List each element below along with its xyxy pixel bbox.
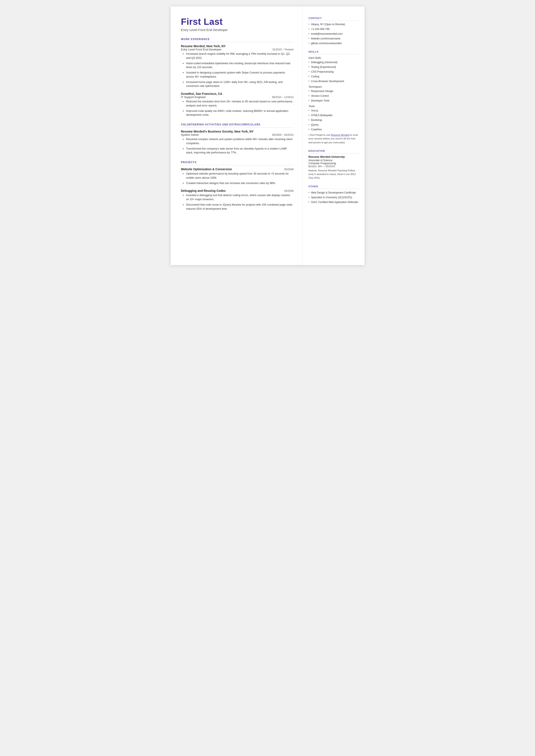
job-role-row: Entry Level Front End Developer01/2015 –… — [181, 48, 294, 51]
skill-item: HTML5 Boilerplate — [309, 113, 358, 117]
edu-degree: Associate of Science — [309, 159, 358, 162]
job-dates: 06/2009 – 04/2010 — [272, 133, 294, 136]
contact-item: email@resumeworded.com — [309, 32, 358, 36]
other-list: Web Design & Development CertificateSpec… — [309, 191, 358, 204]
candidate-name: First Last — [181, 17, 294, 27]
list-item: Resolved complex network and system prob… — [183, 137, 294, 146]
project-date: 04/2009 — [284, 189, 294, 192]
contact-item: linkedin.com/in/username — [309, 37, 358, 41]
job-role: System Admin — [181, 133, 199, 136]
edu-awards: Awards: Resume Worded Teaching Fellow (o… — [309, 169, 358, 180]
contact-list: Albany, NY (Open to Remote)+1-234-456-78… — [309, 22, 358, 45]
skill-item: Cross-Browser Development — [309, 79, 358, 83]
projects-container: Website Optimization & Conversion05/2009… — [181, 167, 294, 211]
project-title-row: Debugging and Reusing Codes04/2009 — [181, 189, 294, 192]
project-title: Debugging and Reusing Codes — [181, 189, 226, 192]
resume-worded-link[interactable]: Resume Worded — [331, 134, 350, 136]
volunteering-heading: VOLUNTEERING ACTIVITIES AND EXTRACURRICU… — [181, 123, 294, 127]
edu-school: Resume Worded University — [309, 155, 358, 158]
volunteer-container: Resume Worded's Business Society, New Yo… — [181, 130, 294, 155]
other-item: GIAC Certified Web Application Defender — [309, 200, 358, 204]
skills-category-label: Hard Skills: — [309, 56, 358, 60]
skill-item: Responsive Design — [309, 89, 358, 93]
list-item: Increased search engine visibility for R… — [183, 52, 294, 60]
work-experience-heading: WORK EXPERIENCE — [181, 38, 294, 42]
skill-item: Developer Tools — [309, 99, 358, 102]
skills-list: Debugging (Advanced)Testing (Experienced… — [309, 60, 358, 83]
project-block: Debugging and Reusing Codes04/2009Invent… — [181, 189, 294, 211]
list-item: Invented a debugging tool that detects c… — [183, 193, 294, 202]
bullet-list: Resolved complex network and system prob… — [181, 137, 294, 155]
job-role: Entry Level Front End Developer — [181, 48, 222, 51]
right-column: CONTACT Albany, NY (Open to Remote)+1-23… — [302, 7, 365, 265]
education-heading: EDUCATION — [309, 150, 358, 154]
contact-heading: CONTACT — [309, 17, 358, 21]
projects-heading: PROJECTS — [181, 161, 294, 165]
jobs-container: Resume Worded, New York, NYEntry Level F… — [181, 44, 294, 117]
bullet-list: Increased search engine visibility for R… — [181, 52, 294, 88]
edu-field: Computer Programming — [309, 162, 358, 165]
skills-category-label: Tools: — [309, 105, 358, 108]
other-heading: OTHER — [309, 185, 358, 189]
list-item: Assisted in designing a payments system … — [183, 71, 294, 79]
list-item: Increased home page views to 1200+ daily… — [183, 80, 294, 88]
bullet-list: Optimized website performance by boostin… — [181, 172, 294, 185]
list-item: Optimized website performance by boostin… — [183, 172, 294, 180]
other-item: Web Design & Development Certificate — [309, 191, 358, 195]
edu-location: Boston, MA — 05/2010 — [309, 165, 358, 168]
contact-item: Albany, NY (Open to Remote) — [309, 22, 358, 26]
skill-item: Version Control — [309, 94, 358, 98]
job-company: Growthsi, San Francisco, CA — [181, 92, 294, 96]
contact-item: +1-234-456-789 — [309, 27, 358, 31]
list-item: Reduced the resolution time from 20+ min… — [183, 99, 294, 108]
job-block: Resume Worded's Business Society, New Yo… — [181, 130, 294, 155]
job-role-row: System Admin06/2009 – 04/2010 — [181, 133, 294, 136]
skill-item: CodePen — [309, 127, 358, 131]
list-item: Transformed the company's web server fro… — [183, 147, 294, 155]
other-item: Specialist in Chemistry (SC(ASCP)). — [309, 195, 358, 199]
skill-item: CSS Preprocessing — [309, 70, 358, 74]
project-title-row: Website Optimization & Conversion05/2009 — [181, 167, 294, 171]
contact-item: github.com/resumeworded — [309, 42, 358, 45]
skill-item: Bootstrap — [309, 118, 358, 122]
skill-item: Coding — [309, 74, 358, 78]
skill-item: Testing (Experienced) — [309, 65, 358, 69]
skills-heading: SKILLS — [309, 50, 358, 54]
list-item: Improved code quality via 4300+ code rev… — [183, 109, 294, 117]
job-company: Resume Worded, New York, NY — [181, 44, 294, 48]
skills-category-label: Techniques: — [309, 85, 358, 88]
left-column: First Last Entry Level Front End Develop… — [171, 7, 302, 265]
job-dates: 06/2010 – 12/2014 — [272, 96, 294, 99]
skills-container: Hard Skills:Debugging (Advanced)Testing … — [309, 56, 358, 144]
candidate-title: Entry Level Front End Developer — [181, 28, 294, 32]
list-item: Created interactive designs that can inc… — [183, 181, 294, 185]
job-role-row: IT Support Engineer06/2010 – 12/2014 — [181, 96, 294, 99]
project-date: 05/2009 — [284, 168, 294, 171]
education-container: Resume Worded UniversityAssociate of Sci… — [309, 155, 358, 180]
bullet-list: Invented a debugging tool that detects c… — [181, 193, 294, 211]
list-item: Hand-coded embedded stylesheets into exi… — [183, 61, 294, 70]
job-block: Growthsi, San Francisco, CAIT Support En… — [181, 92, 294, 117]
skill-item: Vue.js — [309, 109, 358, 113]
list-item: Discovered that code reuse in JQuery lib… — [183, 203, 294, 211]
resume-page: First Last Entry Level Front End Develop… — [171, 7, 365, 265]
skill-item: Debugging (Advanced) — [309, 60, 358, 64]
job-dates: 01/2015 – Present — [272, 48, 294, 51]
job-company: Resume Worded's Business Society, New Yo… — [181, 130, 294, 133]
project-title: Website Optimization & Conversion — [181, 167, 232, 171]
project-block: Website Optimization & Conversion05/2009… — [181, 167, 294, 185]
job-role: IT Support Engineer — [181, 96, 206, 99]
scan-note: • Don't forget to use Resume Worded to s… — [309, 133, 358, 144]
bullet-list: Reduced the resolution time from 20+ min… — [181, 99, 294, 117]
skill-item: jQuery — [309, 123, 358, 127]
job-block: Resume Worded, New York, NYEntry Level F… — [181, 44, 294, 88]
skills-list: Responsive DesignVersion ControlDevelope… — [309, 89, 358, 102]
skills-list: Vue.jsHTML5 BoilerplateBootstrapjQueryCo… — [309, 109, 358, 131]
